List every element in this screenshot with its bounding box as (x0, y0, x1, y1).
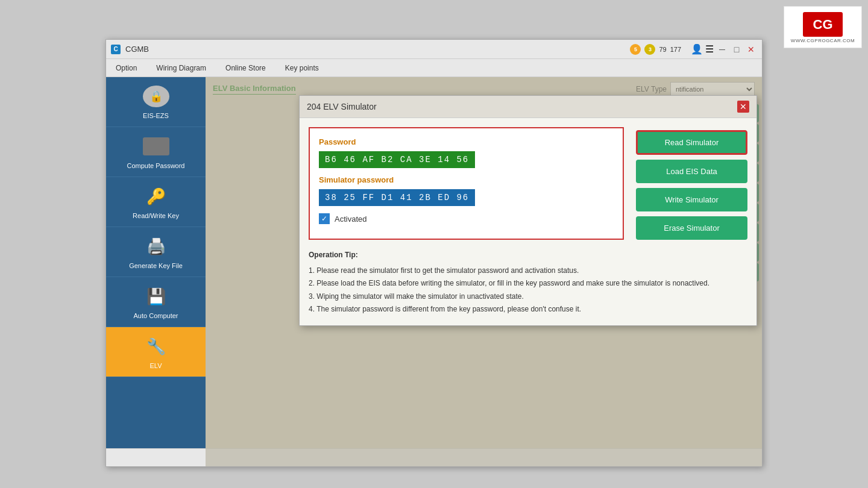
load-eis-data-button[interactable]: Load EIS Data (636, 160, 747, 183)
generate-key-file-label: Generate Key File (129, 262, 183, 269)
erase-simulator-button[interactable]: Erase Simulator (636, 216, 747, 240)
app-title: CGMB (125, 45, 625, 54)
auto-computer-icon: 💾 (141, 284, 171, 308)
operation-tip-3: 3. Wiping the simulator will make the si… (309, 290, 747, 304)
user-icon[interactable]: 👤 (691, 43, 703, 55)
sim-password-label: Simulator password (319, 175, 614, 184)
read-write-key-label: Read/Write Key (133, 212, 179, 219)
badge-orange: 5 (630, 44, 641, 55)
activated-row: ✓ Activated (319, 213, 614, 224)
operation-tip: Operation Tip: 1. Please read the simula… (309, 249, 747, 316)
badge-count-177: 177 (670, 46, 681, 53)
badge-count-79: 79 (659, 46, 666, 53)
cg-logo: CG WWW.CGPROGCAR.COM (784, 6, 862, 48)
operation-tip-1: 1. Please read the simulator first to ge… (309, 264, 747, 278)
status-badges: 5 3 79 177 (630, 44, 681, 55)
right-panel: ELV Basic Information ELV Type ntificati… (206, 77, 762, 466)
password-label: Password (319, 137, 614, 146)
eis-ezs-icon: 🔒 (141, 84, 171, 108)
badge-yellow: 3 (644, 44, 655, 55)
menu-key-points[interactable]: Key points (281, 61, 322, 75)
activated-checkbox[interactable]: ✓ (319, 213, 330, 224)
compute-password-label: Compute Password (127, 162, 185, 169)
title-bar: C CGMB 5 3 79 177 👤 ☰ ─ □ ✕ (106, 40, 762, 59)
password-section: Password B6 46 AF B2 CA 3E 14 56 Simulat… (309, 127, 624, 240)
read-write-key-icon: 🔑 (141, 184, 171, 208)
menu-bar: Option Wiring Diagram Online Store Key p… (106, 59, 762, 77)
sidebar-item-compute-password[interactable]: Compute Password (106, 127, 206, 177)
main-window: C CGMB 5 3 79 177 👤 ☰ ─ □ ✕ Option Wirin… (105, 39, 763, 467)
menu-online-store[interactable]: Online Store (222, 61, 269, 75)
menu-option[interactable]: Option (112, 61, 140, 75)
app-icon: C (111, 45, 121, 54)
elv-label: ELV (150, 362, 162, 369)
sidebar-item-generate-key-file[interactable]: 🖨️ Generate Key File (106, 227, 206, 277)
read-simulator-button[interactable]: Read Simulator (636, 130, 747, 155)
minimize-button[interactable]: ─ (716, 43, 728, 55)
menu-wiring-diagram[interactable]: Wiring Diagram (153, 61, 210, 75)
sim-password-display: 38 25 FF D1 41 2B ED 96 (319, 189, 475, 206)
dialog-close-button[interactable]: ✕ (737, 101, 749, 113)
operation-tip-title: Operation Tip: (309, 249, 747, 262)
elv-simulator-dialog: 204 ELV Simulator ✕ Password B6 46 AF B2… (299, 95, 757, 326)
simulator-buttons: Read Simulator Load EIS Data Write Simul… (636, 127, 747, 240)
activated-label: Activated (335, 214, 366, 224)
eis-ezs-label: EIS-EZS (143, 112, 169, 119)
dialog-title: 204 ELV Simulator (307, 102, 377, 111)
dialog-titlebar: 204 ELV Simulator ✕ (300, 96, 756, 118)
sidebar-item-elv[interactable]: 🔧 ELV (106, 327, 206, 377)
cg-logo-text: WWW.CGPROGCAR.COM (791, 38, 855, 43)
compute-password-icon (141, 134, 171, 158)
dialog-body: Password B6 46 AF B2 CA 3E 14 56 Simulat… (300, 118, 756, 325)
password-display: B6 46 AF B2 CA 3E 14 56 (319, 151, 475, 168)
close-button[interactable]: ✕ (745, 43, 757, 55)
write-simulator-button[interactable]: Write Simulator (636, 188, 747, 211)
content-area: 🔒 EIS-EZS Compute Password 🔑 Read/Write … (106, 77, 762, 466)
menu-icon[interactable]: ☰ (705, 43, 714, 55)
sidebar-item-eis-ezs[interactable]: 🔒 EIS-EZS (106, 77, 206, 127)
sidebar: 🔒 EIS-EZS Compute Password 🔑 Read/Write … (106, 77, 206, 466)
sidebar-item-read-write-key[interactable]: 🔑 Read/Write Key (106, 177, 206, 227)
window-controls: 👤 ☰ ─ □ ✕ (691, 43, 757, 55)
maximize-button[interactable]: □ (731, 43, 743, 55)
operation-tip-4: 4. The simulator password is different f… (309, 303, 747, 316)
dialog-content: Password B6 46 AF B2 CA 3E 14 56 Simulat… (309, 127, 747, 240)
generate-key-file-icon: 🖨️ (141, 234, 171, 258)
sidebar-item-auto-computer[interactable]: 💾 Auto Computer (106, 277, 206, 327)
elv-icon: 🔧 (141, 334, 171, 358)
auto-computer-label: Auto Computer (134, 312, 178, 319)
operation-tip-2: 2. Please load the EIS data before writi… (309, 277, 747, 290)
svg-text:CG: CG (813, 17, 833, 32)
